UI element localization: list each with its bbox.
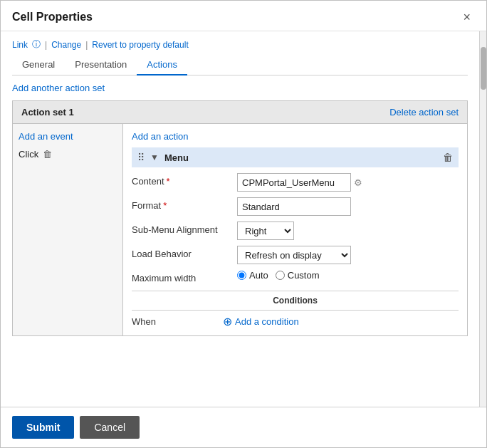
radio-custom-label: Custom [288,270,320,281]
format-label: Format * [132,197,231,211]
cancel-button[interactable]: Cancel [80,416,140,439]
breadcrumb-separator: | [45,40,47,50]
add-action-set-link[interactable]: Add another action set [12,83,105,93]
main-content: Link ⓘ | Change | Revert to property def… [1,31,479,407]
dialog-title: Cell Properties [12,11,93,24]
add-condition-label: Add a condition [235,316,299,327]
change-link[interactable]: Change [51,40,81,50]
content-value: ⚙ [237,173,459,192]
tab-presentation[interactable]: Presentation [65,55,137,75]
tab-actions[interactable]: Actions [137,55,187,75]
format-value [237,197,459,216]
content-label: Content * [132,173,231,187]
tab-general[interactable]: General [12,55,65,75]
action-set-body: Add an event Click 🗑 Add an action ⠿ ▼ [13,124,467,335]
submit-button[interactable]: Submit [12,416,74,439]
events-panel: Add an event Click 🗑 [13,124,123,335]
radio-custom[interactable] [276,271,285,280]
action-row-header: ⠿ ▼ Menu 🗑 [132,147,459,167]
click-label: Click [19,149,38,160]
breadcrumb-link[interactable]: Link [12,40,28,50]
revert-link[interactable]: Revert to property default [92,40,188,50]
breadcrumb-separator2: | [85,40,88,50]
add-action-link[interactable]: Add an action [132,131,459,142]
action-set-header: Action set 1 Delete action set [13,101,467,124]
max-width-label: Maximum width [132,270,231,283]
when-label: When [132,316,217,327]
add-event-link[interactable]: Add an event [19,131,117,142]
dialog-footer: Submit Cancel [1,407,486,447]
add-condition-link[interactable]: ⊕ Add a condition [223,315,299,328]
delete-action-set-link[interactable]: Delete action set [389,107,459,118]
conditions-title: Conditions [132,296,459,306]
radio-auto-label: Auto [249,270,268,281]
close-button[interactable]: × [459,9,475,25]
tabs-row: General Presentation Actions [12,55,468,75]
conditions-section: Conditions When ⊕ Add a condition [132,291,459,328]
delete-action-icon[interactable]: 🗑 [443,152,453,163]
format-input[interactable] [237,197,351,216]
settings-icon[interactable]: ⚙ [354,177,362,188]
actions-panel: Add an action ⠿ ▼ Menu 🗑 Conte [123,124,467,335]
required-star: * [167,176,170,187]
radio-custom-item: Custom [276,270,320,281]
radio-options: Auto Custom [237,270,327,281]
event-row: Click 🗑 [19,147,117,161]
conditions-divider [132,310,459,311]
max-width-value: Auto Custom [237,270,459,281]
dialog-header: Cell Properties × [1,1,486,31]
cell-properties-dialog: Cell Properties × Link ⓘ | Change | Reve… [0,0,487,448]
plus-circle-icon: ⊕ [223,315,232,328]
scrollbar-area: Link ⓘ | Change | Revert to property def… [1,31,486,407]
action-name-label: Menu [164,152,439,163]
sub-menu-label: Sub-Menu Alignment [132,222,231,235]
radio-auto-item: Auto [237,270,268,281]
sub-menu-select[interactable]: Right Left Center [237,222,294,240]
sub-menu-value: Right Left Center [237,222,459,240]
breadcrumb: Link ⓘ | Change | Revert to property def… [12,38,468,51]
radio-auto[interactable] [237,271,246,280]
delete-event-icon[interactable]: 🗑 [43,149,52,160]
scrollbar-thumb[interactable] [481,47,486,90]
drag-handle-icon[interactable]: ⠿ [137,152,145,163]
expand-chevron-button[interactable]: ▼ [149,152,160,162]
load-behavior-label: Load Behavior [132,246,231,259]
action-set-container: Action set 1 Delete action set Add an ev… [12,100,468,336]
scrollbar-track[interactable] [479,31,486,407]
action-form: Content * ⚙ Format * [132,173,459,283]
content-input[interactable] [237,173,351,192]
required-star2: * [163,200,167,211]
load-behavior-value: Refresh on display Load once [237,246,459,264]
info-icon[interactable]: ⓘ [32,38,41,51]
load-behavior-select[interactable]: Refresh on display Load once [237,246,351,264]
action-set-title: Action set 1 [21,107,74,118]
when-row: When ⊕ Add a condition [132,315,459,328]
